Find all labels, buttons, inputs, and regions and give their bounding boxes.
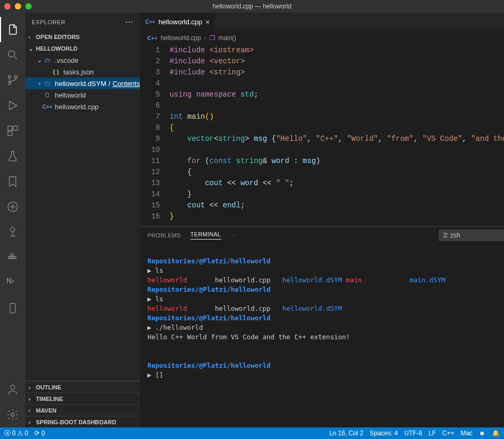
breadcrumb[interactable]: C++ helloworld.cpp › ❒ main() — [140, 31, 504, 45]
open-editors-section[interactable]: › OPEN EDITORS — [25, 31, 140, 43]
tree-label: helloworld.dSYM — [55, 80, 107, 88]
explorer-activity[interactable] — [0, 17, 25, 42]
maximize-window[interactable] — [25, 3, 32, 9]
breadcrumb-symbol[interactable]: main() — [218, 34, 236, 42]
status-errors[interactable]: ⓧ 0 ⚠ 0 — [4, 429, 28, 438]
chevron-right-icon: › — [28, 396, 36, 402]
status-eol[interactable]: LF — [429, 430, 436, 437]
chevron-right-icon: › — [204, 34, 206, 42]
tree-file-helloworld-bin[interactable]: 🗋 helloworld — [25, 89, 140, 101]
code-content[interactable]: #include <iostream>#include <vector>#inc… — [169, 45, 504, 226]
json-file-icon: { } — [52, 68, 60, 76]
outline-section[interactable]: › OUTLINE — [25, 381, 140, 393]
status-bar: ⓧ 0 ⚠ 0 ⟳ 0 Ln 16, Col 2 Spaces: 4 UTF-8… — [0, 427, 504, 439]
svg-rect-6 — [8, 131, 12, 136]
status-feedback-icon[interactable]: ☻ — [479, 430, 486, 437]
testing-activity[interactable] — [0, 144, 25, 169]
gear-icon — [6, 408, 19, 421]
maven-label: MAVEN — [36, 407, 56, 414]
svg-rect-4 — [8, 126, 12, 130]
device-activity[interactable] — [0, 295, 25, 321]
window-title: helloworld.cpp — helloworld — [0, 3, 504, 10]
tree-label: .vscode — [55, 56, 79, 64]
close-window[interactable] — [4, 3, 11, 9]
svg-rect-12 — [11, 254, 13, 256]
status-cursor[interactable]: Ln 16, Col 2 — [329, 430, 364, 437]
terminal-select-label: 2: zsh — [443, 232, 460, 239]
cpp-file-icon: C++ — [145, 19, 155, 25]
timeline-label: TIMELINE — [36, 396, 63, 402]
explorer-more-icon[interactable]: ⋯ — [125, 17, 134, 27]
chevron-right-icon: › — [28, 407, 36, 414]
git-graph-activity[interactable] — [0, 194, 25, 219]
terminal-output[interactable]: Repositories/@Platzi/helloworld ▶ ls hel… — [140, 244, 504, 427]
chevron-right-icon: › — [28, 384, 36, 390]
close-tab-icon[interactable]: × — [205, 18, 210, 26]
extensions-activity[interactable] — [0, 118, 25, 144]
editor-tab-bar: C++ helloworld.cpp × ⋯ — [140, 13, 504, 31]
svg-point-15 — [11, 413, 14, 416]
svg-rect-5 — [13, 126, 17, 130]
chevron-down-icon: ⌄ — [28, 45, 36, 52]
search-activity[interactable] — [0, 42, 25, 68]
status-encoding[interactable]: UTF-8 — [404, 430, 422, 437]
svg-point-14 — [11, 385, 15, 389]
bookmarks-activity[interactable] — [0, 169, 25, 194]
accounts-activity[interactable] — [0, 377, 25, 402]
tree-icon — [6, 226, 19, 238]
tree-activity[interactable] — [0, 219, 25, 245]
status-os[interactable]: Mac — [461, 430, 473, 437]
tree-file-helloworld-cpp[interactable]: C++ helloworld.cpp — [25, 101, 140, 112]
breadcrumb-file[interactable]: helloworld.cpp — [160, 34, 201, 42]
chevron-down-icon: ⌄ — [36, 56, 43, 64]
title-bar: helloworld.cpp — helloworld — [0, 0, 504, 13]
tab-label: helloworld.cpp — [158, 18, 202, 26]
cpp-file-icon: C++ — [43, 102, 52, 111]
status-indent[interactable]: Spaces: 4 — [370, 430, 398, 437]
timeline-section[interactable]: › TIMELINE — [25, 393, 140, 404]
terminal-select[interactable]: 2: zsh ⌄ — [439, 230, 504, 241]
symbol-method-icon: ❒ — [210, 34, 215, 42]
code-editor[interactable]: 12345678910111213141516 #include <iostre… — [140, 45, 504, 226]
device-icon — [6, 302, 19, 314]
status-bell-icon[interactable]: 🔔 — [492, 430, 500, 437]
workspace-label: HELLOWORLD — [36, 45, 78, 52]
folder-open-icon: 🗁 — [43, 56, 52, 64]
debug-activity[interactable] — [0, 93, 25, 118]
docker-activity[interactable] — [0, 245, 25, 270]
springboot-label: SPRING-BOOT DASHBOARD — [36, 419, 116, 425]
bookmark-icon — [6, 175, 19, 188]
tree-file-tasks-json[interactable]: { } tasks.json — [25, 66, 140, 78]
open-editors-label: OPEN EDITORS — [36, 34, 80, 40]
tree-folder-vscode[interactable]: ⌄ 🗁 .vscode — [25, 54, 140, 66]
file-icon: 🗋 — [43, 91, 52, 99]
panel-more-icon[interactable]: ⋯ — [231, 232, 236, 239]
editor-tab-helloworld[interactable]: C++ helloworld.cpp × — [140, 13, 215, 31]
nx-activity[interactable]: N› — [0, 270, 25, 295]
svg-rect-9 — [8, 256, 11, 259]
svg-point-8 — [11, 227, 15, 232]
svg-point-1 — [8, 76, 11, 79]
docker-icon — [6, 251, 19, 264]
springboot-section[interactable]: › SPRING-BOOT DASHBOARD — [25, 416, 140, 427]
tree-folder-dsym[interactable]: › 🗀 helloworld.dSYM / Contents — [25, 78, 140, 89]
svg-point-2 — [8, 82, 11, 85]
outline-label: OUTLINE — [36, 384, 61, 390]
scm-activity[interactable] — [0, 68, 25, 93]
status-language[interactable]: C++ — [442, 430, 454, 437]
chevron-right-icon: › — [28, 34, 36, 40]
minimize-window[interactable] — [15, 3, 21, 9]
explorer-title: EXPLORER — [32, 19, 65, 25]
tree-label: tasks.json — [63, 68, 94, 76]
settings-activity[interactable] — [0, 402, 25, 427]
problems-tab[interactable]: PROBLEMS — [147, 232, 181, 238]
explorer-sidebar: EXPLORER ⋯ › OPEN EDITORS ⌄ HELLOWORLD ⌄… — [25, 13, 140, 427]
status-sync[interactable]: ⟳ 0 — [34, 430, 45, 437]
chevron-right-icon: › — [36, 80, 43, 87]
run-icon — [6, 99, 19, 112]
folder-icon: 🗀 — [43, 79, 52, 88]
workspace-section[interactable]: ⌄ HELLOWORLD — [25, 43, 140, 54]
file-tree: ⌄ 🗁 .vscode { } tasks.json › 🗀 helloworl… — [25, 54, 140, 112]
maven-section[interactable]: › MAVEN — [25, 404, 140, 416]
terminal-tab[interactable]: TERMINAL — [191, 231, 221, 240]
